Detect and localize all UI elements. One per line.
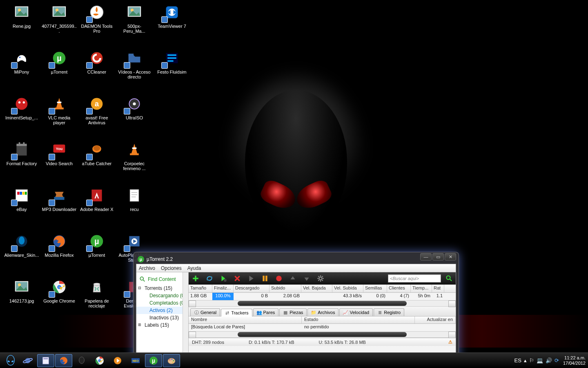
desktop-icon-corpoelec-fenmeno-[interactable]: Corpoelec fenmeno ... (116, 140, 153, 171)
desktop-icon--torrent[interactable]: µµTorrent (41, 48, 78, 74)
text-icon (125, 186, 144, 205)
desktop-icon-v-deos-acceso-directo[interactable]: Vídeos - Acceso directo (116, 48, 153, 79)
list-hscrollbar[interactable] (189, 300, 456, 307)
col-semillas[interactable]: Semillas (363, 285, 387, 292)
create-torrent-button[interactable] (218, 274, 229, 283)
desktop-icon-mp3-downloader[interactable]: MP3 Downloader (41, 186, 78, 212)
taskbar-saturn[interactable] (19, 354, 36, 367)
taskbar-explorer[interactable] (37, 354, 54, 367)
tab-archivos[interactable]: 📁Archivos (307, 308, 339, 316)
warning-icon[interactable]: ⚠ (448, 339, 452, 345)
search-input[interactable]: <Buscar aqui> (388, 274, 441, 283)
taskbar-chrome[interactable] (91, 354, 108, 367)
desktop-icon-500px-peru-ma-[interactable]: 500px-Peru_Ma... (116, 2, 153, 34)
menu-ayuda[interactable]: Ayuda (187, 265, 201, 271)
tracker-columns[interactable]: Nombre Estado Actualizar en (189, 316, 456, 324)
tray-lang[interactable]: ES (514, 357, 521, 364)
desktop-icon-papelera-de-reciclaje[interactable]: Papelera de reciclaje (78, 277, 115, 308)
tab-general[interactable]: ⓘGeneral (190, 308, 220, 316)
svg-point-28 (23, 101, 25, 103)
tab-trackers[interactable]: ⇄Trackers (221, 309, 252, 316)
start-button[interactable] (246, 274, 256, 283)
desktop-icon-recu[interactable]: recu (116, 186, 153, 212)
find-content-button[interactable]: Find Content (136, 274, 188, 285)
taskbar-alienhead[interactable] (73, 354, 90, 367)
tab-pares[interactable]: 👥Pares (253, 308, 279, 316)
desktop-icon-video-search[interactable]: YouVideo Search (41, 140, 78, 166)
tray-refresh-icon[interactable]: ⟳ (555, 357, 559, 364)
maximize-button[interactable]: ▭ (432, 253, 444, 260)
desktop-icon-mipony[interactable]: MiPony (3, 48, 40, 74)
desktop-icon-atube-catcher[interactable]: aTube Catcher (78, 140, 115, 166)
desktop-icon-mozilla-firefox[interactable]: Mozilla Firefox (41, 231, 78, 258)
svg-rect-103 (44, 358, 48, 359)
sidebar-scrollbar[interactable] (183, 272, 188, 361)
desktop-icon-iminentsetup-[interactable]: IminentSetup_... (3, 94, 40, 120)
sidebar-item-1[interactable]: Descargando (0) (136, 292, 188, 299)
col-rat[interactable]: Rat (432, 285, 444, 292)
tracker-row[interactable]: [Búsqueda Local de Pares] no permitido (189, 324, 456, 331)
col-subido[interactable]: Subido (270, 285, 301, 292)
menu-opciones[interactable]: Opciones (161, 265, 182, 271)
desktop-icon-alienware-skin-[interactable]: Alienware_Skin... (3, 231, 40, 258)
add-torrent-button[interactable] (190, 274, 201, 283)
col-velbajada[interactable]: Vel. Bajada (301, 285, 332, 292)
col-clientes[interactable]: Clientes (387, 285, 411, 292)
col-finaliz[interactable]: Finaliz... (212, 285, 234, 292)
sidebar-item-0[interactable]: ⊟Torrents (15) (136, 285, 188, 292)
desktop-icon-adobe-reader-x[interactable]: Adobe Reader X (78, 186, 115, 212)
start-button[interactable] (2, 354, 19, 368)
tray-flag-icon[interactable]: ⚐ (529, 357, 534, 364)
taskbar-clock[interactable]: 11:22 a.m. 17/04/2012 (563, 355, 586, 366)
detail-hscrollbar[interactable] (189, 331, 456, 338)
movedown-button[interactable] (301, 274, 312, 283)
desktop-icon-daemon-tools-pro[interactable]: DAEMON Tools Pro (78, 2, 115, 34)
taskbar-neorage[interactable]: NEO (127, 354, 144, 367)
close-button[interactable]: ✕ (445, 253, 456, 260)
desktop-icon-teamviewer-7[interactable]: TeamViewer 7 (154, 2, 190, 29)
sidebar-item-4[interactable]: Inactivos (13) (136, 314, 188, 321)
remove-button[interactable] (232, 274, 243, 283)
desktop-icon-vlc-media-player[interactable]: VLC media player (41, 94, 78, 125)
sidebar-item-3[interactable]: Activos (2) (136, 307, 188, 314)
sidebar-item-5[interactable]: ⊞Labels (15) (136, 321, 188, 329)
tab-registro[interactable]: ≣Registro (374, 308, 404, 316)
settings-button[interactable] (315, 274, 326, 283)
torrent-columns[interactable]: TamañoFinaliz...DescargadoSubidoVel. Baj… (189, 285, 456, 293)
pause-button[interactable] (260, 274, 270, 283)
desktop-icon-ccleaner[interactable]: CCleaner (78, 48, 115, 74)
torrent-row[interactable]: 1.88 GB100.0%0 B2.08 GB43.3 kB/s0 (0)4 (… (189, 293, 456, 300)
stop-button[interactable] (274, 274, 284, 283)
desktop-icon-407747-305599-[interactable]: 407747_305599... (41, 2, 78, 34)
col-tamao[interactable]: Tamaño (189, 285, 212, 292)
desktop-icon-1462173-jpg[interactable]: 1462173.jpg (3, 277, 40, 303)
sidebar-item-2[interactable]: Completados (0) (136, 299, 188, 307)
tray-network-icon[interactable]: 💻 (537, 357, 543, 364)
desktop-icon-ebay[interactable]: eBay (3, 186, 40, 212)
desktop-icon-format-factory[interactable]: Format Factory (3, 140, 40, 166)
taskbar-firefox[interactable] (55, 354, 72, 367)
taskbar-wmp[interactable] (109, 354, 126, 367)
desktop-icon-rene-jpg[interactable]: Rene.jpg (3, 2, 40, 29)
desktop-icon-google-chrome[interactable]: Google Chrome (41, 277, 78, 303)
tab-piezas[interactable]: ▦Piezas (279, 308, 307, 316)
search-button[interactable] (444, 274, 454, 283)
desktop-icon--torrent[interactable]: µµTorrent (78, 231, 115, 258)
col-tiemp[interactable]: Tiemp... (411, 285, 432, 292)
tab-velocidad[interactable]: 📈Velocidad (339, 308, 373, 316)
taskbar-utorrent[interactable]: µ (145, 354, 162, 367)
taskbar-paint[interactable] (163, 354, 180, 367)
desktop-icon-ultraiso[interactable]: UltraISO (116, 94, 153, 120)
window-titlebar[interactable]: µ µTorrent 2.2 (136, 255, 456, 264)
tray-volume-icon[interactable]: 🔊 (546, 357, 552, 364)
tray-expand-icon[interactable]: ▴ (524, 357, 527, 364)
desktop-icon-festo-fluidsim[interactable]: Festo Fluidsim (154, 48, 190, 74)
col-descargado[interactable]: Descargado (234, 285, 270, 292)
moveup-button[interactable] (287, 274, 298, 283)
minimize-button[interactable]: — (420, 253, 432, 260)
menu-archivo[interactable]: Archivo (139, 265, 155, 271)
desktop-icon-avast-free-antivirus[interactable]: aavast! Free Antivirus (78, 94, 115, 125)
desktop[interactable]: Rene.jpg407747_305599...DAEMON Tools Pro… (0, 0, 588, 352)
col-velsubida[interactable]: Vel. Subida (332, 285, 363, 292)
add-url-button[interactable] (204, 274, 215, 283)
